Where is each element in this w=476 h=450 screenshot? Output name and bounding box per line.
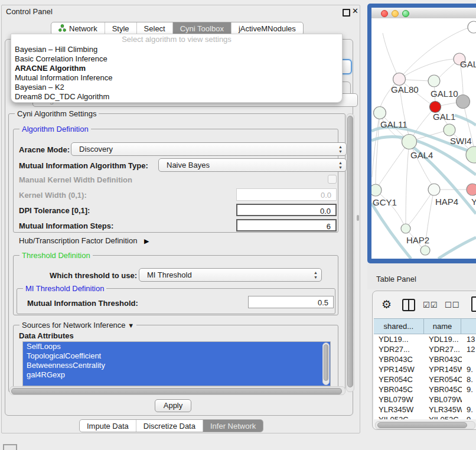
manual-kernel-width-checkbox[interactable] (328, 175, 337, 184)
settings-horizontal-scrollbar[interactable] (9, 386, 345, 395)
table-row[interactable]: YDL19...YDL19...13 (374, 334, 476, 344)
label-y: Y (471, 197, 476, 207)
node-gal10[interactable] (428, 75, 440, 87)
mi-steps-field[interactable]: 6 (236, 219, 337, 231)
table-row[interactable]: YER054CYER054C8. (374, 374, 476, 384)
network-labels: GAL GAL80 GAL10 GAL1 GAL11 SWI4 GAL4 GCY… (373, 59, 476, 245)
column-header-shared[interactable]: shared... (374, 319, 424, 334)
mi-steps-label: Mutual Information Steps: (19, 221, 113, 230)
select-all-checkboxes-icon[interactable]: ☑☑ (423, 301, 438, 309)
kernel-width-field[interactable]: 0.0 (236, 188, 337, 201)
node-partial-top[interactable] (468, 21, 476, 33)
stepper-icon: ▲▼ (337, 159, 344, 171)
list-item-selfloops[interactable]: SelfLoops (23, 342, 330, 351)
list-item-gal4rgexp[interactable]: gal4RGexp (23, 370, 330, 380)
table-panel-title: Table Panel (376, 275, 416, 283)
algorithm-option-mutual-information[interactable]: Mutual Information Inference (11, 73, 342, 83)
table-panel: ⚙ ☑☑ ☐☐ shared... name YDL19...YDL19...1… (372, 291, 476, 430)
dpi-tolerance-field[interactable]: 0.0 (236, 204, 337, 216)
column-header-partial[interactable] (461, 319, 476, 334)
node-hap2[interactable] (401, 224, 410, 233)
node-hap4[interactable] (428, 184, 440, 195)
tab-style[interactable]: Style (105, 22, 137, 35)
network-window-titlebar[interactable] (371, 8, 476, 19)
network-canvas[interactable]: GAL GAL80 GAL10 GAL1 GAL11 SWI4 GAL4 GCY… (371, 18, 476, 259)
algorithm-option-basic-correlation[interactable]: Basic Correlation Inference (11, 54, 342, 64)
dropdown-prompt: Select algorithm to view settings (11, 34, 342, 45)
gear-icon[interactable]: ⚙ (382, 298, 392, 311)
data-attributes-scrollbar-thumb[interactable] (324, 344, 328, 381)
label-gal10: GAL10 (431, 89, 458, 99)
table-horizontal-scrollbar-thumb[interactable] (377, 422, 467, 428)
settings-horizontal-scrollbar-thumb[interactable] (11, 388, 342, 394)
close-traffic-light[interactable] (381, 10, 388, 17)
node-partial-bottom[interactable] (420, 246, 430, 255)
table-row[interactable]: YPR145WYPR145W9. (374, 364, 476, 374)
close-panel-icon[interactable]: ✕ (352, 6, 358, 15)
node-gal11[interactable] (374, 107, 386, 119)
node-table: shared... name YDL19...YDL19...13 YDR27.… (374, 318, 476, 419)
node-partial-right[interactable] (466, 146, 476, 163)
node-gal1[interactable] (430, 102, 441, 113)
label-hap2: HAP2 (406, 235, 429, 245)
data-attributes-label: Data Attributes (19, 331, 74, 340)
label-gal1: GAL1 (433, 112, 455, 122)
hub-definition-toggle[interactable]: Hub/Transcription Factor Definition ▶ (19, 236, 149, 245)
algorithm-option-dream8[interactable]: Dream8 DC_TDC Algorithm (11, 92, 342, 102)
aracne-mode-combobox[interactable]: Discovery ▲▼ (71, 142, 347, 156)
tab-impute-data[interactable]: Impute Data (80, 420, 136, 432)
split-columns-icon[interactable] (402, 299, 415, 311)
table-row[interactable]: YBR045CYBR045C9. (374, 384, 476, 394)
node-gal80[interactable] (393, 73, 406, 86)
list-item-betweennesscentrality[interactable]: BetweennessCentrality (23, 361, 330, 370)
settings-vertical-scrollbar[interactable] (346, 113, 354, 392)
tab-infer-network[interactable]: Infer Network (203, 420, 263, 432)
column-header-name[interactable]: name (424, 319, 462, 334)
tab-cyni-toolbox[interactable]: Cyni Toolbox (173, 22, 232, 35)
minimize-traffic-light[interactable] (392, 10, 399, 17)
node-swi4[interactable] (444, 124, 455, 136)
which-threshold-combobox[interactable]: MI Threshold ▲▼ (139, 268, 322, 282)
stepper-icon: ▲▼ (337, 144, 344, 155)
node-gray[interactable] (457, 95, 470, 109)
list-item-partial[interactable] (23, 380, 330, 386)
sources-title: Sources for Network Inference ▼ (19, 321, 136, 330)
table-row[interactable]: YDR27...YDR27...12 (374, 344, 476, 354)
table-row[interactable]: YBL079WYBL079W (374, 394, 476, 405)
control-panel-title: Control Panel (6, 7, 53, 16)
table-horizontal-scrollbar[interactable] (375, 421, 475, 429)
label-swi4: SWI4 (450, 136, 472, 146)
node-y-partial[interactable] (467, 184, 476, 195)
node-gcy1[interactable] (371, 184, 382, 196)
mi-algorithm-type-label: Mutual Information Algorithm Type: (19, 161, 148, 170)
float-panel-icon[interactable] (343, 9, 350, 17)
collapse-down-icon[interactable]: ▼ (128, 322, 134, 329)
algorithm-option-aracne[interactable]: ARACNE Algorithm (11, 64, 342, 73)
table-row[interactable]: YBR043CYBR043C (374, 354, 476, 364)
minimized-panel-icon[interactable] (3, 444, 17, 450)
settings-vertical-scrollbar-thumb[interactable] (347, 116, 353, 387)
mi-algorithm-type-combobox[interactable]: Naive Bayes ▲▼ (158, 158, 347, 172)
mi-threshold-field[interactable]: 0.5 (248, 296, 334, 308)
table-row[interactable]: YIL052CYIL052C9. (374, 415, 476, 419)
algorithm-option-bayesian-hill-climbing[interactable]: Bayesian – Hill Climbing (11, 45, 342, 54)
tab-jactivemnodules[interactable]: jActiveMNodules (232, 22, 303, 35)
threshold-definition-title: Threshold Definition (19, 251, 93, 260)
tab-discretize-data-label: Discretize Data (144, 422, 195, 431)
table-row[interactable]: YLR345WYLR345W9. (374, 405, 476, 415)
screen: Control Panel ✕ Network Style Select Cyn… (0, 0, 476, 450)
tab-select[interactable]: Select (137, 22, 173, 35)
algorithm-option-bayesian-k2[interactable]: Bayesian – K2 (11, 83, 342, 92)
data-attributes-scrollbar[interactable] (322, 343, 330, 385)
node-gal4[interactable] (402, 135, 417, 149)
zoom-traffic-light[interactable] (402, 10, 409, 17)
tab-discretize-data[interactable]: Discretize Data (136, 420, 203, 432)
deselect-all-checkboxes-icon[interactable]: ☐☐ (445, 301, 459, 309)
document-icon[interactable] (471, 296, 476, 312)
mi-threshold-label: Mutual Information Threshold: (27, 299, 138, 308)
list-item-topologicalcoefficient[interactable]: TopologicalCoefficient (23, 351, 330, 361)
dpi-tolerance-label: DPI Tolerance [0,1]: (19, 206, 90, 215)
apply-button[interactable]: Apply (155, 399, 191, 412)
tab-network[interactable]: Network (51, 22, 105, 35)
split-pane-handle[interactable] (357, 215, 359, 221)
